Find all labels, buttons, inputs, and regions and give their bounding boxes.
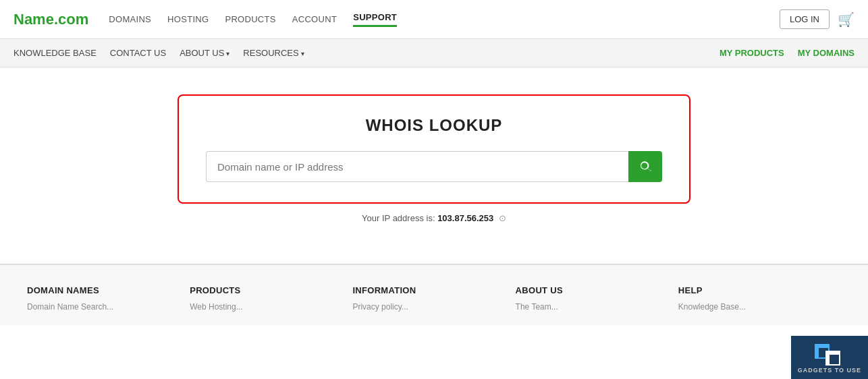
whois-search-input[interactable] bbox=[206, 151, 628, 182]
login-button[interactable]: LOG IN bbox=[780, 9, 830, 29]
ip-label: Your IP address is: bbox=[362, 213, 435, 223]
footer-columns: DOMAIN NAMES Domain Name Search... PRODU… bbox=[27, 285, 841, 312]
top-nav-links: DOMAINS HOSTING PRODUCTS ACCOUNT SUPPORT bbox=[109, 12, 780, 27]
footer-col-products-preview: Web Hosting... bbox=[190, 302, 339, 312]
top-nav-right: LOG IN 🛒 bbox=[780, 9, 855, 29]
nav-hosting[interactable]: HOSTING bbox=[167, 14, 209, 24]
footer-col-about-preview: The Team... bbox=[516, 302, 665, 312]
copy-icon[interactable]: ⊙ bbox=[499, 213, 506, 223]
footer-col-information: INFORMATION Privacy policy... bbox=[352, 285, 515, 312]
resources-chevron-icon: ▾ bbox=[301, 50, 304, 57]
nav-about-us[interactable]: ABOUT US▾ bbox=[180, 48, 229, 58]
footer-col-help-preview: Knowledge Base... bbox=[678, 302, 828, 312]
whois-box: WHOIS LOOKUP bbox=[178, 94, 690, 204]
secondary-nav: KNOWLEDGE BASE CONTACT US ABOUT US▾ RESO… bbox=[0, 39, 868, 67]
search-row bbox=[206, 151, 662, 182]
footer: DOMAIN NAMES Domain Name Search... PRODU… bbox=[0, 264, 868, 325]
nav-my-domains[interactable]: MY DOMAINS bbox=[798, 48, 855, 58]
footer-col-domains-heading: DOMAIN NAMES bbox=[27, 285, 176, 295]
nav-domains[interactable]: DOMAINS bbox=[109, 14, 151, 24]
ip-info: Your IP address is: 103.87.56.253 ⊙ bbox=[362, 213, 506, 223]
footer-col-domains: DOMAIN NAMES Domain Name Search... bbox=[27, 285, 190, 312]
nav-contact-us[interactable]: CONTACT US bbox=[110, 48, 166, 58]
secondary-nav-left: KNOWLEDGE BASE CONTACT US ABOUT US▾ RESO… bbox=[13, 48, 720, 58]
nav-account[interactable]: ACCOUNT bbox=[292, 14, 337, 24]
nav-support[interactable]: SUPPORT bbox=[353, 12, 397, 27]
nav-resources[interactable]: RESOURCES▾ bbox=[243, 48, 304, 58]
logo-com: com bbox=[58, 11, 88, 28]
top-nav: Name.com DOMAINS HOSTING PRODUCTS ACCOUN… bbox=[0, 0, 868, 39]
ip-value: 103.87.56.253 bbox=[437, 213, 493, 223]
search-icon bbox=[639, 160, 652, 173]
nav-knowledge-base[interactable]: KNOWLEDGE BASE bbox=[13, 48, 97, 58]
main-content: WHOIS LOOKUP Your IP address is: 103.87.… bbox=[0, 67, 868, 237]
footer-col-about-heading: ABOUT US bbox=[516, 285, 665, 295]
nav-my-products[interactable]: MY PRODUCTS bbox=[720, 48, 784, 58]
footer-col-about: ABOUT US The Team... bbox=[516, 285, 678, 312]
secondary-nav-right: MY PRODUCTS MY DOMAINS bbox=[720, 48, 855, 58]
footer-col-products: PRODUCTS Web Hosting... bbox=[190, 285, 352, 312]
footer-col-products-heading: PRODUCTS bbox=[190, 285, 339, 295]
footer-col-help: HELP Knowledge Base... bbox=[678, 285, 841, 312]
site-logo[interactable]: Name.com bbox=[13, 11, 88, 28]
about-us-chevron-icon: ▾ bbox=[226, 50, 229, 57]
whois-title: WHOIS LOOKUP bbox=[206, 116, 662, 135]
cart-icon[interactable]: 🛒 bbox=[838, 11, 855, 28]
nav-products[interactable]: PRODUCTS bbox=[225, 14, 275, 24]
footer-col-help-heading: HELP bbox=[678, 285, 828, 295]
footer-col-information-heading: INFORMATION bbox=[352, 285, 501, 295]
footer-col-information-preview: Privacy policy... bbox=[352, 302, 501, 312]
logo-name: Name bbox=[13, 11, 54, 28]
whois-search-button[interactable] bbox=[628, 151, 662, 182]
footer-col-domains-preview: Domain Name Search... bbox=[27, 302, 176, 312]
